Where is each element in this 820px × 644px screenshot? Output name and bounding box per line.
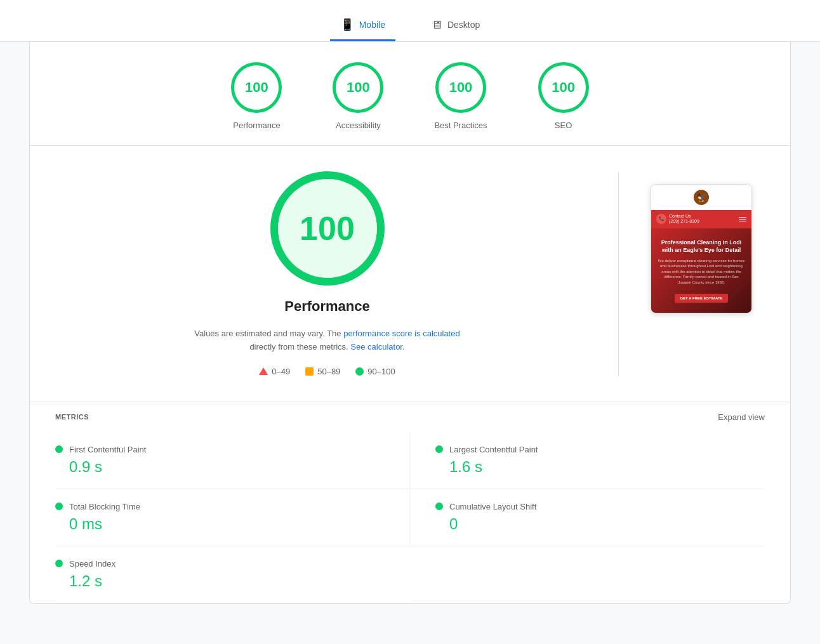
score-item-accessibility: 100 Accessibility (333, 62, 383, 130)
metric-fcp-header: First Contentful Paint (55, 445, 384, 454)
tab-bar: 📱 Mobile 🖥 Desktop (0, 0, 820, 42)
description-text: Values are estimated and may vary. The p… (194, 327, 461, 354)
score-item-performance: 100 Performance (231, 62, 282, 130)
phone-preview: 🦅 📞 Contact Us (209) 271-8309 (651, 184, 752, 313)
fail-icon (259, 367, 268, 375)
left-panel: 100 Performance Values are estimated and… (68, 171, 586, 376)
score-item-seo: 100 SEO (538, 62, 589, 130)
metric-cls-dot (435, 503, 443, 510)
metric-si-dot (55, 560, 63, 567)
metric-lcp: Largest Contentful Paint 1.6 s (410, 432, 765, 489)
score-label-seo: SEO (555, 121, 572, 130)
phone-nav-icon: 📞 (656, 214, 666, 224)
phone-nav: 📞 Contact Us (209) 271-8309 (651, 210, 751, 228)
metric-si: Speed Index 1.2 s (55, 546, 410, 603)
metrics-section: METRICS Expand view First Contentful Pai… (30, 402, 790, 603)
pass-range: 90–100 (367, 367, 395, 376)
metric-lcp-value: 1.6 s (435, 458, 752, 476)
calculator-link[interactable]: See calculator (350, 342, 402, 352)
metrics-title: METRICS (55, 413, 89, 421)
metric-cls: Cumulative Layout Shift 0 (410, 489, 765, 546)
score-label-accessibility: Accessibility (336, 121, 381, 130)
tab-mobile[interactable]: 📱 Mobile (330, 10, 395, 41)
phone-number: (209) 271-8309 (669, 219, 699, 224)
phone-hero: Professional Cleaning in Lodi with an Ea… (651, 228, 751, 313)
metric-fcp-value: 0.9 s (55, 458, 384, 476)
phone-hero-desc: We deliver exceptional cleaning services… (658, 258, 745, 285)
phone-hero-title: Professional Cleaning in Lodi with an Ea… (658, 239, 745, 254)
score-circle-accessibility: 100 (333, 62, 383, 113)
metric-fcp-dot (55, 445, 63, 453)
phone-cta-button[interactable]: GET A FREE ESTIMATE (675, 294, 727, 303)
metric-tbt-value: 0 ms (55, 515, 384, 533)
hamburger-icon (739, 217, 746, 221)
score-label-performance: Performance (233, 121, 280, 130)
metric-lcp-header: Largest Contentful Paint (435, 445, 752, 454)
legend-fail: 0–49 (259, 367, 290, 376)
metric-cls-name: Cumulative Layout Shift (449, 502, 536, 511)
big-score-title: Performance (284, 298, 370, 315)
metric-cls-header: Cumulative Layout Shift (435, 502, 752, 511)
average-range: 50–89 (317, 367, 340, 376)
metrics-grid: First Contentful Paint 0.9 s Largest Con… (55, 432, 765, 603)
phone-nav-text: Contact Us (209) 271-8309 (669, 214, 699, 225)
tab-desktop-label: Desktop (447, 20, 480, 30)
divider-vertical (618, 171, 619, 376)
score-label-best-practices: Best Practices (434, 121, 487, 130)
score-item-best-practices: 100 Best Practices (434, 62, 487, 130)
metric-tbt-name: Total Blocking Time (69, 502, 140, 511)
big-score-circle: 100 (270, 171, 385, 286)
detail-section: 100 Performance Values are estimated and… (30, 146, 790, 402)
legend-average: 50–89 (305, 367, 340, 376)
metric-tbt-dot (55, 503, 63, 510)
fail-range: 0–49 (272, 367, 290, 376)
expand-view-button[interactable]: Expand view (718, 412, 765, 422)
metrics-header: METRICS Expand view (55, 402, 765, 432)
desktop-icon: 🖥 (431, 18, 442, 32)
tab-mobile-label: Mobile (359, 20, 385, 30)
score-circle-performance: 100 (231, 62, 282, 113)
scores-section: 100 Performance 100 Accessibility 100 Be… (30, 42, 790, 146)
metric-tbt-header: Total Blocking Time (55, 502, 384, 511)
score-circle-best-practices: 100 (435, 62, 486, 113)
mobile-icon: 📱 (340, 18, 354, 32)
contact-label: Contact Us (669, 214, 699, 219)
metric-si-value: 1.2 s (55, 572, 385, 590)
metric-fcp-name: First Contentful Paint (69, 445, 146, 454)
right-panel: 🦅 📞 Contact Us (209) 271-8309 (651, 171, 752, 326)
phone-nav-left: 📞 Contact Us (209) 271-8309 (656, 214, 699, 225)
pass-icon (355, 367, 364, 376)
metric-si-header: Speed Index (55, 559, 385, 568)
metric-fcp: First Contentful Paint 0.9 s (55, 432, 410, 489)
tab-desktop[interactable]: 🖥 Desktop (421, 11, 490, 41)
score-circle-seo: 100 (538, 62, 589, 113)
metric-cls-value: 0 (435, 515, 752, 533)
average-icon (305, 367, 314, 376)
legend: 0–49 50–89 90–100 (259, 367, 395, 376)
metric-lcp-name: Largest Contentful Paint (449, 445, 538, 454)
metric-lcp-dot (435, 445, 443, 453)
main-container: 100 Performance 100 Accessibility 100 Be… (29, 42, 791, 604)
metric-tbt: Total Blocking Time 0 ms (55, 489, 410, 546)
perf-score-link[interactable]: performance score is calculated (343, 329, 460, 338)
eagle-logo: 🦅 (694, 190, 709, 205)
metric-si-name: Speed Index (69, 559, 116, 568)
legend-pass: 90–100 (355, 367, 395, 376)
phone-header: 🦅 (651, 185, 751, 210)
